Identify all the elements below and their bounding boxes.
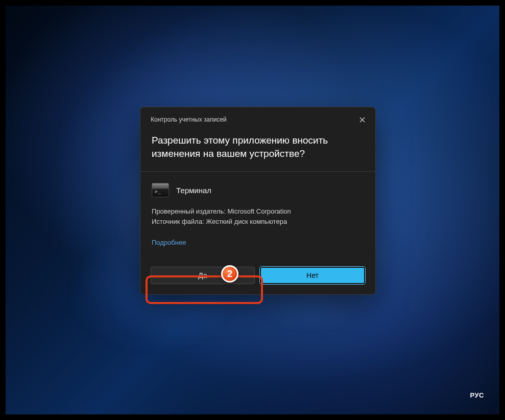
divider (140, 171, 375, 172)
uac-dialog: Контроль учетных записей Разрешить этому… (140, 107, 376, 295)
dialog-body: Разрешить этому приложению вносить измен… (140, 129, 375, 259)
language-indicator[interactable]: РУС (470, 391, 484, 399)
app-name-label: Терминал (176, 186, 211, 195)
screenshot-frame: Контроль учетных записей Разрешить этому… (0, 0, 505, 420)
dialog-header: Контроль учетных записей (140, 107, 375, 129)
uac-prompt-text: Разрешить этому приложению вносить измен… (152, 132, 364, 160)
terminal-icon (152, 183, 169, 197)
source-line: Источник файла: Жесткий диск компьютера (152, 217, 364, 227)
close-icon (359, 117, 365, 123)
close-button[interactable] (355, 112, 369, 127)
button-row: Да Нет (140, 259, 375, 294)
show-more-link[interactable]: Подробнее (152, 239, 186, 246)
dialog-title: Контроль учетных записей (151, 116, 227, 123)
annotation-badge: 2 (221, 265, 238, 283)
publisher-line: Проверенный издатель: Microsoft Corporat… (152, 206, 364, 217)
app-metadata: Проверенный издатель: Microsoft Corporat… (152, 206, 364, 226)
no-button[interactable]: Нет (260, 267, 365, 284)
desktop-background: Контроль учетных записей Разрешить этому… (6, 6, 499, 414)
app-row: Терминал (152, 183, 364, 197)
yes-button[interactable]: Да (151, 267, 255, 284)
